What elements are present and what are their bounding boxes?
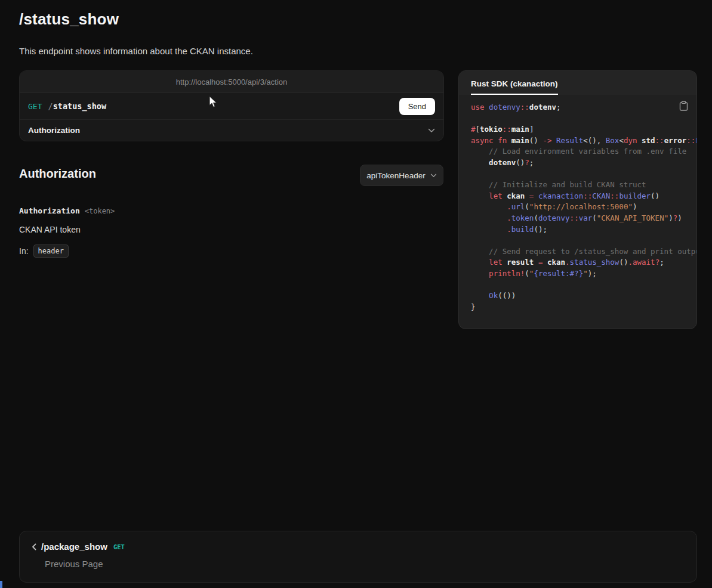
chevron-left-icon [32, 543, 36, 550]
auth-in-row: In: header [19, 245, 69, 258]
auth-in-value-badge: header [33, 245, 69, 258]
auth-param-type: <token> [85, 207, 115, 215]
tab-rust-sdk[interactable]: Rust SDK (ckanaction) [471, 79, 558, 95]
base-url-bar[interactable]: http://localhost:5000/api/3/action [20, 71, 443, 93]
chevron-down-icon [428, 128, 435, 133]
auth-scheme-selected: apiTokenHeader [366, 171, 425, 180]
authorization-row-label: Authorization [28, 126, 80, 135]
authorization-collapsible-row[interactable]: Authorization [20, 119, 443, 141]
scroll-edge-accent [0, 581, 2, 588]
previous-page-label: Previous Page [45, 559, 103, 569]
chevron-down-icon [430, 174, 437, 178]
auth-param-name: Authorization [19, 206, 80, 215]
page-description: This endpoint shows information about th… [19, 46, 253, 56]
page: /status_show This endpoint shows informa… [0, 0, 712, 588]
copy-clipboard-icon[interactable] [679, 101, 688, 111]
previous-page-row: /package_show GET [32, 541, 125, 552]
code-block[interactable]: use dotenvy::dotenv; #[tokio::main]async… [471, 102, 696, 312]
previous-page-method: GET [113, 543, 125, 550]
code-body: use dotenvy::dotenv; #[tokio::main]async… [459, 95, 696, 322]
base-url: http://localhost:5000/api/3/action [176, 78, 287, 86]
auth-scheme-dropdown[interactable]: apiTokenHeader [360, 165, 443, 186]
auth-param: Authorization<token> [19, 206, 115, 215]
page-title: /status_show [19, 10, 119, 29]
previous-page-card[interactable]: /package_show GET Previous Page [19, 531, 697, 583]
code-panel-header: Rust SDK (ckanaction) [459, 71, 696, 95]
auth-in-label: In: [19, 246, 29, 256]
code-example-panel: Rust SDK (ckanaction) use dotenvy::doten… [458, 70, 697, 329]
send-button[interactable]: Send [399, 98, 435, 115]
endpoint-path: /status_show [48, 101, 106, 111]
request-card: http://localhost:5000/api/3/action GET /… [19, 70, 444, 141]
auth-param-description: CKAN API token [19, 225, 81, 234]
previous-page-title: /package_show [41, 541, 107, 552]
authorization-heading: Authorization [19, 167, 96, 181]
http-method-badge: GET [28, 102, 42, 111]
request-row: GET /status_show Send [20, 93, 443, 119]
